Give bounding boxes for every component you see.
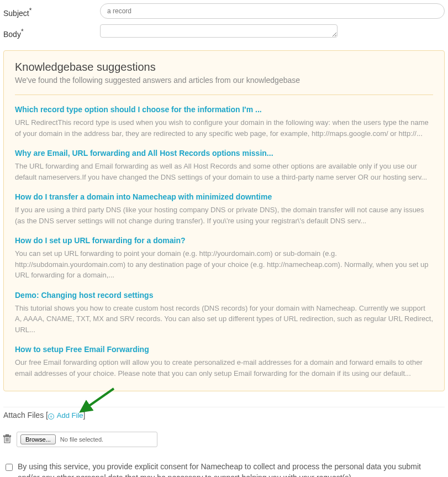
kb-item-excerpt: You can set up URL forwarding to point y… <box>15 248 433 281</box>
attach-files-row: Attach Files [+ Add File] <box>3 407 445 420</box>
file-selected-text: No file selected. <box>60 436 103 443</box>
kb-subtitle: We've found the following suggested answ… <box>15 76 433 85</box>
browse-button[interactable]: Browse... <box>20 434 56 444</box>
kb-item: How do I transfer a domain into Namechea… <box>15 192 433 226</box>
subject-input[interactable] <box>100 3 445 19</box>
kb-item-link[interactable]: How to setup Free Email Forwarding <box>15 345 149 354</box>
kb-item-excerpt: If you are using a third party DNS (like… <box>15 205 433 226</box>
kb-item-link[interactable]: Demo: Changing host record settings <box>15 291 153 300</box>
kb-item-link[interactable]: How do I transfer a domain into Namechea… <box>15 192 272 201</box>
subject-label: Subject* <box>3 3 100 18</box>
svg-line-0 <box>85 389 114 409</box>
add-file-link[interactable]: + Add File <box>48 411 83 420</box>
kb-item-excerpt: The URL forwarding and Email forwarding … <box>15 161 433 182</box>
kb-item-excerpt: URL RedirectThis record type is used whe… <box>15 117 433 139</box>
kb-item-excerpt: Our free Email forwarding option will al… <box>15 357 433 379</box>
kb-title: Knowledgebase suggestions <box>15 61 433 74</box>
kb-divider <box>15 95 433 95</box>
kb-item: Why are Email, URL forwarding and All Ho… <box>15 149 433 182</box>
body-textarea[interactable] <box>100 24 338 38</box>
attach-files-label: Attach Files <box>3 411 44 420</box>
kb-item: Demo: Changing host record settings This… <box>15 291 433 336</box>
file-input-box: Browse... No file selected. <box>17 432 157 447</box>
kb-item: Which record type option should I choose… <box>15 105 433 139</box>
kb-item-link[interactable]: How do I set up URL forwarding for a dom… <box>15 236 186 245</box>
kb-item-link[interactable]: Why are Email, URL forwarding and All Ho… <box>15 149 273 158</box>
kb-item-link[interactable]: Which record type option should I choose… <box>15 105 262 114</box>
consent-text: By using this service, you provide expli… <box>18 462 445 477</box>
body-label: Body* <box>3 24 100 39</box>
kb-item: How do I set up URL forwarding for a dom… <box>15 236 433 281</box>
consent-checkbox[interactable] <box>6 464 13 471</box>
knowledgebase-panel: Knowledgebase suggestions We've found th… <box>3 50 445 391</box>
kb-item-excerpt: This tutorial shows you how to create cu… <box>15 303 433 336</box>
kb-item: How to setup Free Email Forwarding Our f… <box>15 345 433 379</box>
svg-rect-6 <box>6 434 9 436</box>
plus-circle-icon: + <box>48 413 54 420</box>
trash-icon[interactable] <box>3 434 11 445</box>
